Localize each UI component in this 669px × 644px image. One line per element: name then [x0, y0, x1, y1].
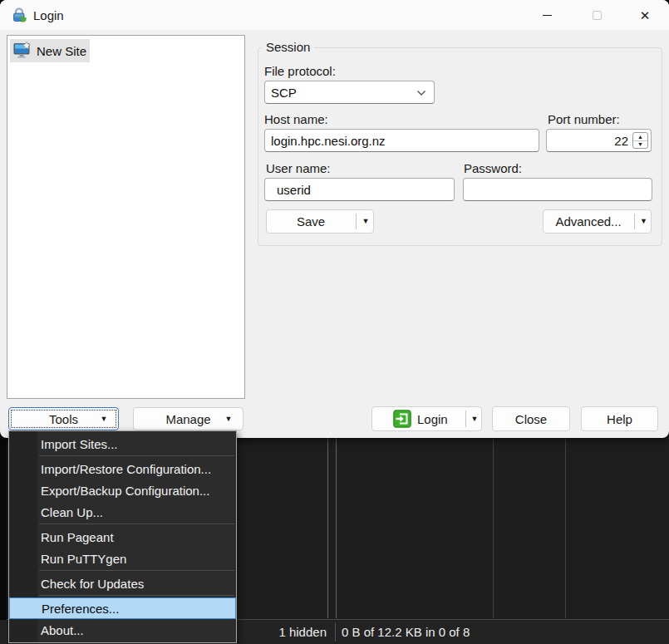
minimize-button[interactable]	[528, 0, 566, 30]
menu-item-import-restore-configuration[interactable]: Import/Restore Configuration...	[9, 458, 236, 479]
host-name-label: Host name:	[264, 112, 328, 126]
menu-item-about[interactable]: About...	[9, 619, 236, 641]
login-icon	[393, 410, 411, 428]
password-input[interactable]	[463, 178, 652, 201]
port-number-label: Port number:	[548, 112, 620, 126]
maximize-button	[578, 0, 616, 30]
menu-item-label: About...	[41, 623, 84, 637]
menu-item-run-puttygen[interactable]: Run PuTTYgen	[9, 548, 236, 569]
login-dropdown-button[interactable]: ▼	[466, 407, 483, 430]
login-dialog: Login ✕ New Site Session File protocol: …	[0, 0, 669, 438]
tools-dropdown-arrow: ▼	[98, 408, 110, 430]
winscp-lock-icon	[12, 7, 28, 23]
menu-item-label: Preferences...	[42, 602, 119, 616]
dropdown-arrow-icon: ▼	[101, 415, 108, 423]
user-name-value: userid	[277, 183, 311, 197]
login-button[interactable]: Login ▼	[371, 406, 482, 431]
dropdown-arrow-icon: ▼	[362, 218, 370, 225]
chevron-down-icon	[416, 90, 426, 96]
maximize-icon	[593, 11, 602, 20]
close-button[interactable]: Close	[492, 406, 570, 431]
tools-label: Tools	[49, 412, 78, 426]
host-name-value: login.hpc.nesi.org.nz	[271, 134, 386, 148]
new-site-label: New Site	[37, 44, 91, 58]
help-label: Help	[607, 412, 632, 426]
new-site-icon	[12, 41, 32, 61]
help-button[interactable]: Help	[581, 406, 658, 431]
menu-item-run-pageant[interactable]: Run Pageant	[9, 526, 236, 548]
manage-dropdown-arrow: ▼	[223, 408, 234, 430]
manage-label: Manage	[165, 412, 210, 426]
tools-menu: Import Sites... Import/Restore Configura…	[8, 430, 237, 643]
dropdown-arrow-icon: ▼	[471, 415, 479, 423]
port-number-input[interactable]: 22 ▲ ▼	[546, 129, 652, 152]
save-button[interactable]: Save ▼	[266, 209, 374, 234]
user-name-input[interactable]: userid	[264, 178, 455, 201]
status-selection-summary: 0 B of 12.2 KB in 0 of 8	[342, 620, 470, 644]
spinner-down-button[interactable]: ▼	[633, 141, 647, 149]
menu-item-label: Import Sites...	[41, 437, 118, 451]
menu-item-label: Run PuTTYgen	[41, 552, 126, 566]
file-protocol-label: File protocol:	[264, 64, 336, 78]
dropdown-arrow-icon: ▼	[225, 415, 233, 423]
advanced-button[interactable]: Advanced... ▼	[543, 209, 652, 234]
menu-item-label: Clean Up...	[41, 505, 103, 519]
site-tree-panel[interactable]: New Site	[7, 35, 245, 399]
session-group-legend: Session	[262, 40, 314, 54]
advanced-label: Advanced...	[555, 214, 621, 229]
site-tree-item-new-site[interactable]: New Site	[10, 39, 91, 62]
dialog-titlebar: Login ✕	[0, 0, 669, 30]
login-label: Login	[417, 412, 448, 426]
host-name-input[interactable]: login.hpc.nesi.org.nz	[264, 129, 539, 152]
menu-item-import-sites[interactable]: Import Sites...	[9, 433, 236, 455]
dropdown-arrow-icon: ▼	[640, 218, 647, 225]
menu-item-clean-up[interactable]: Clean Up...	[9, 501, 236, 523]
menu-item-label: Import/Restore Configuration...	[41, 462, 211, 476]
window-title: Login	[33, 0, 64, 30]
file-protocol-select[interactable]: SCP	[264, 81, 435, 104]
menu-item-preferences[interactable]: Preferences...	[9, 597, 236, 619]
menu-item-label: Check for Updates	[41, 577, 144, 591]
manage-button[interactable]: Manage ▼	[133, 407, 243, 430]
close-icon: ✕	[640, 9, 651, 22]
menu-item-label: Export/Backup Configuration...	[41, 484, 209, 498]
menu-item-export-backup-configuration[interactable]: Export/Backup Configuration...	[9, 479, 236, 501]
minimize-icon	[543, 15, 552, 16]
status-bar-separator	[335, 622, 336, 642]
tools-button[interactable]: Tools ▼	[8, 407, 119, 430]
file-protocol-value: SCP	[271, 86, 297, 100]
user-name-label: User name:	[266, 161, 331, 175]
close-window-button[interactable]: ✕	[626, 0, 664, 30]
menu-item-check-for-updates[interactable]: Check for Updates	[9, 573, 236, 594]
save-dropdown-button[interactable]: ▼	[357, 210, 375, 233]
close-label: Close	[515, 412, 547, 426]
menu-item-label: Run Pageant	[41, 530, 114, 544]
spinner-up-button[interactable]: ▲	[633, 133, 647, 141]
save-label: Save	[297, 214, 325, 229]
advanced-dropdown-button[interactable]: ▼	[635, 210, 652, 233]
password-label: Password:	[464, 161, 522, 175]
port-spinner: ▲ ▼	[632, 132, 648, 149]
